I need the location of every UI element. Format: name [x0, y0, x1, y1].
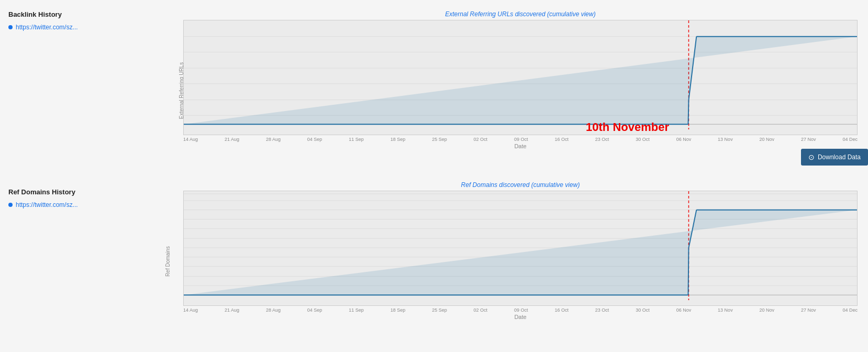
bottom-chart-x-ticks: 14 Aug 21 Aug 28 Aug 04 Sep 11 Sep 18 Se…: [183, 307, 858, 313]
download-label: Download Data: [818, 153, 861, 161]
bottom-chart-x-label: Date: [183, 314, 858, 320]
bottom-chart-svg: [184, 191, 857, 305]
top-chart-x-label: Date: [183, 143, 858, 149]
backlink-url-item[interactable]: https://twitter.com/sz...: [8, 24, 138, 31]
backlink-history-section: Backlink History https://twitter.com/sz.…: [8, 10, 138, 31]
bottom-chart-wrapper: Ref Domains discovered (cumulative view)…: [147, 176, 868, 347]
charts-container: External Referring URLs discovered (cumu…: [147, 0, 868, 352]
refdomain-url-label: https://twitter.com/sz...: [16, 201, 78, 208]
refdomains-history-section: Ref Domains History https://twitter.com/…: [8, 188, 138, 208]
download-button[interactable]: ⊙ Download Data: [801, 149, 868, 166]
sidebar: Backlink History https://twitter.com/sz.…: [0, 0, 147, 352]
backlink-url-label: https://twitter.com/sz...: [16, 24, 78, 31]
bottom-chart-area: [183, 191, 858, 306]
dot-icon-2: [8, 203, 13, 207]
page-container: Backlink History https://twitter.com/sz.…: [0, 0, 868, 352]
bottom-chart-title: Ref Domains discovered (cumulative view): [183, 181, 858, 189]
refdomains-history-title: Ref Domains History: [8, 188, 138, 196]
top-chart-wrapper: External Referring URLs discovered (cumu…: [147, 5, 868, 176]
refdomain-url-item[interactable]: https://twitter.com/sz...: [8, 201, 138, 208]
bottom-chart-y-label: Ref Domains: [165, 246, 171, 277]
top-chart-svg: 0 0.5 1 1.5 2 2.5 3: [184, 20, 857, 135]
top-chart-area: 0 0.5 1 1.5 2 2.5 3: [183, 20, 858, 135]
top-chart-title: External Referring URLs discovered (cumu…: [183, 10, 858, 18]
dot-icon: [8, 25, 13, 29]
top-chart-x-ticks: 14 Aug 21 Aug 28 Aug 04 Sep 11 Sep 18 Se…: [183, 137, 858, 142]
download-icon: ⊙: [808, 153, 815, 161]
annotation-text: 10th November: [586, 120, 669, 134]
backlink-history-title: Backlink History: [8, 10, 138, 18]
